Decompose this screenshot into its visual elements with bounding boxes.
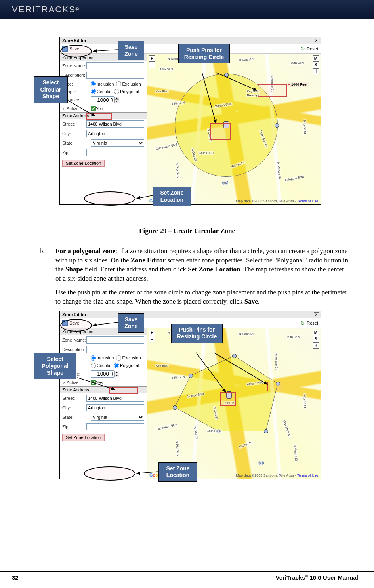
figure-2-wrap: Zone Editor × Save ↻ Reset Zone Properti… (59, 311, 350, 489)
svg-line-1 (67, 100, 95, 116)
svg-line-6 (77, 378, 115, 389)
callout-set-zone-loc: Set Zone Location (153, 187, 191, 206)
svg-line-0 (93, 50, 118, 51)
callout-save-zone: Save Zone (118, 41, 144, 60)
page-footer: 32 VeriTracks® 10.0 User Manual (0, 571, 374, 581)
callout-push-pins: Push Pins for Resizing Circle (178, 44, 230, 63)
page-number: 32 (12, 574, 19, 581)
body-paragraph-1: b. For a polygonal zone: If a zone situa… (55, 247, 350, 283)
callout-select-circular: Select Circular Shape (34, 76, 68, 103)
svg-line-3 (216, 73, 257, 90)
callout-set-zone-loc-2: Set Zone Location (158, 462, 197, 482)
callout-save-zone-2: Save Zone (118, 313, 144, 333)
brand-reg: ® (76, 7, 80, 12)
svg-line-8 (214, 353, 267, 384)
callout-select-polygonal: Select Polygonal Shape (34, 353, 76, 380)
svg-line-2 (202, 73, 216, 123)
list-marker-b: b. (40, 247, 45, 256)
brand-header: VERITRACKS® (0, 0, 374, 19)
callout-push-pins-2: Push Pins for Resizing Circle (171, 324, 223, 343)
manual-title: VeriTracks® 10.0 User Manual (276, 574, 358, 581)
svg-line-5 (93, 322, 118, 325)
svg-line-4 (137, 195, 153, 199)
svg-line-7 (196, 353, 226, 392)
brand-name: VERITRACKS (12, 4, 76, 15)
svg-line-9 (137, 472, 158, 473)
figure-1-caption: Figure 29 – Create Circular Zone (24, 227, 350, 235)
figure-1-wrap: Zone Editor × Save ↻ Reset Zone Properti… (59, 37, 350, 219)
body-paragraph-2: Use the push pin at the center of the zo… (55, 288, 350, 306)
